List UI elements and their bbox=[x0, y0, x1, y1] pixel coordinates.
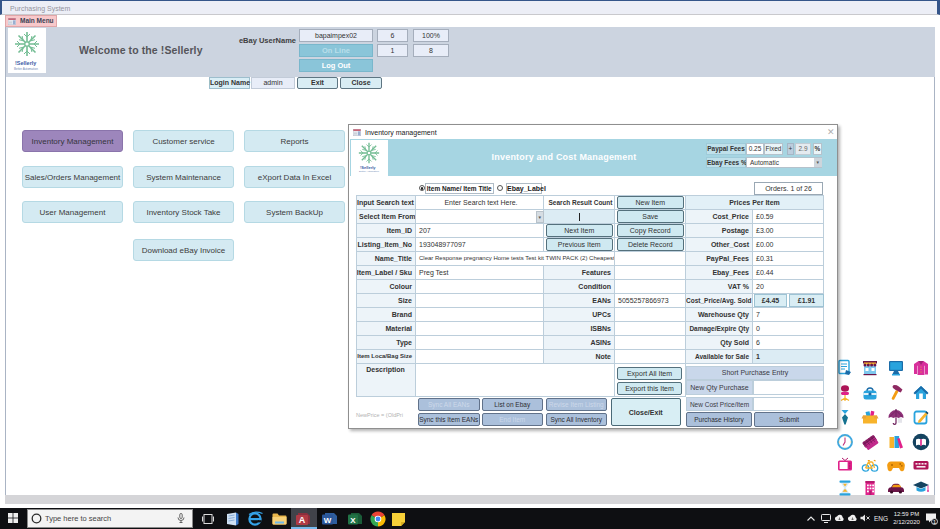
svg-text:W: W bbox=[324, 516, 332, 525]
svg-text:1: 1 bbox=[933, 519, 936, 525]
svg-text:A: A bbox=[299, 515, 306, 525]
svg-text:X: X bbox=[350, 516, 356, 525]
